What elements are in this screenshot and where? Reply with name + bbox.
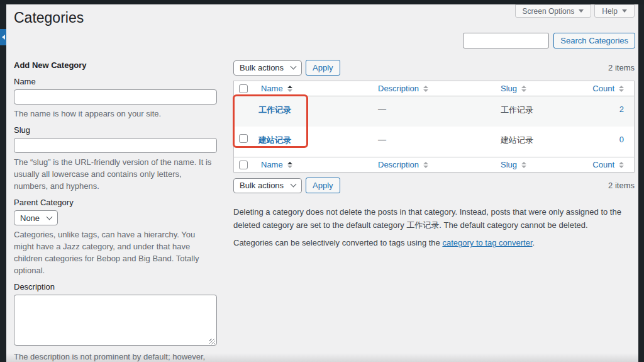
table-header-row: Name Description Slug Count [234,81,634,96]
sort-indicator-icon [619,86,624,92]
description-help: The description is not prominent by defa… [14,351,217,362]
delete-note-text-end: . The default category cannot be deleted… [439,220,587,230]
name-label: Name [14,77,217,86]
resize-handle-icon[interactable] [209,339,215,344]
bulk-actions-select[interactable]: Bulk actions [233,178,302,193]
search-box: Search Categories [463,33,635,48]
table-row: 建站记录 — 建站记录 0 [234,127,634,157]
screen-options-button[interactable]: Screen Options [515,4,592,18]
parent-category-value: None [20,213,40,223]
row-checkbox[interactable] [239,134,248,143]
column-header-slug[interactable]: Slug [494,81,572,96]
apply-button[interactable]: Apply [306,60,340,76]
sort-indicator-icon [521,86,526,92]
delete-note: Deleting a category does not delete the … [233,205,635,232]
column-footer-description[interactable]: Description [372,157,494,173]
category-count-link[interactable]: 2 [619,105,624,114]
column-label-count: Count [592,84,614,93]
sort-indicator-icon [287,162,292,168]
search-categories-button[interactable]: Search Categories [553,33,635,48]
screen-options-label: Screen Options [523,7,575,16]
sort-indicator-icon [619,162,624,168]
category-description: — [372,127,494,157]
add-category-form: Add New Category Name The name is how it… [14,60,217,362]
sort-indicator-icon [287,86,292,92]
admin-menu-current-item[interactable] [0,29,6,45]
description-field-wrap [14,295,217,348]
items-count: 2 items [608,63,635,72]
convert-note: Categories can be selectively converted … [233,236,635,249]
parent-category-select[interactable]: None [14,210,58,225]
column-label-name: Name [261,160,283,169]
column-footer-slug[interactable]: Slug [494,157,572,173]
admin-menu-collapsed-strip [0,0,6,362]
categories-table-card: Name Description Slug Count [233,81,635,173]
chevron-down-icon [291,64,297,70]
slug-help: The “slug” is the URL-friendly version o… [14,156,217,192]
sort-indicator-icon [423,86,428,92]
bulk-actions-value: Bulk actions [240,181,284,190]
column-label-name: Name [261,84,283,93]
sort-indicator-icon [521,162,526,168]
column-label-slug: Slug [501,160,517,169]
window-top-bar [0,0,644,4]
table-row: 工作记录 — 工作记录 2 [234,96,634,127]
window-right-edge [638,0,644,362]
category-slug: 建站记录 [494,127,572,157]
help-label: Help [602,7,618,16]
table-footer-row: Name Description Slug Count [234,157,634,173]
default-category-name: 工作记录 [406,220,439,230]
categories-list: Bulk actions Apply 2 items Name Descript… [233,60,635,254]
category-slug: 工作记录 [494,96,572,127]
screen-meta-links: Screen Options Help [515,4,635,18]
category-description: — [372,96,494,127]
chevron-left-icon [2,35,5,40]
column-footer-name[interactable]: Name [255,157,372,173]
list-footer-notes: Deleting a category does not delete the … [233,205,635,249]
tablenav-top: Bulk actions Apply 2 items [233,60,635,76]
parent-category-help: Categories, unlike tags, can have a hier… [14,229,217,276]
sort-indicator-icon [423,162,428,168]
column-label-description: Description [378,84,419,93]
name-field[interactable] [14,89,217,105]
convert-note-text-end: . [533,238,535,247]
description-field[interactable] [14,295,217,346]
form-heading: Add New Category [14,60,217,70]
slug-field[interactable] [14,138,217,153]
chevron-down-icon [622,9,627,13]
select-all-checkbox[interactable] [239,84,248,93]
chevron-down-icon [47,213,53,220]
chevron-down-icon [291,181,297,188]
column-footer-count[interactable]: Count [572,157,634,173]
column-header-name[interactable]: Name [255,81,372,96]
help-button[interactable]: Help [594,4,635,18]
tablenav-bottom: Bulk actions Apply 2 items [233,178,635,193]
convert-note-text: Categories can be selectively converted … [233,238,442,247]
category-name-link[interactable]: 工作记录 [258,105,291,115]
categories-table: Name Description Slug Count [234,81,634,172]
parent-category-label: Parent Category [14,198,217,207]
name-help: The name is how it appears on your site. [14,108,217,120]
column-header-count[interactable]: Count [572,81,634,96]
chevron-down-icon [579,9,584,13]
slug-label: Slug [14,125,217,135]
select-all-checkbox[interactable] [239,161,248,169]
apply-button[interactable]: Apply [306,178,340,193]
items-count: 2 items [608,181,635,190]
bulk-actions-select[interactable]: Bulk actions [233,60,302,76]
bulk-actions-value: Bulk actions [240,63,284,72]
category-name-link[interactable]: 建站记录 [258,135,291,145]
search-input[interactable] [463,33,549,48]
column-header-description[interactable]: Description [372,81,494,96]
column-label-slug: Slug [501,84,517,93]
column-label-description: Description [378,160,419,169]
category-to-tag-converter-link[interactable]: category to tag converter [442,238,532,247]
page-title: Categories [14,9,84,26]
column-label-count: Count [592,160,614,169]
category-count-link[interactable]: 0 [619,135,624,144]
description-label: Description [14,282,217,291]
